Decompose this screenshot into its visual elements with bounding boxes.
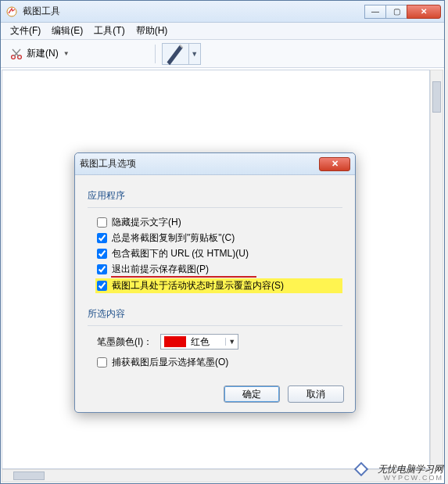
dialog-close-button[interactable]: ✕ <box>319 157 350 171</box>
ink-color-value: 红色 <box>189 335 225 349</box>
option-copy-clipboard[interactable]: 总是将截图复制到"剪贴板"(C) <box>97 231 342 245</box>
watermark: 无忧电脑学习网 WYPCW.COM <box>378 464 443 482</box>
toolbar: 新建(N) ▼ ▼ <box>1 40 444 68</box>
divider <box>88 207 342 208</box>
scroll-thumb[interactable] <box>13 471 45 480</box>
option-label: 总是将截图复制到"剪贴板"(C) <box>112 231 235 245</box>
watermark-line2: WYPCW.COM <box>378 475 443 482</box>
checkbox[interactable] <box>97 264 107 274</box>
new-button[interactable]: 新建(N) ▼ <box>5 45 73 63</box>
mail-button[interactable] <box>128 44 149 64</box>
option-show-ink-after[interactable]: 捕获截图后显示选择笔墨(O) <box>97 356 342 369</box>
group-application: 应用程序 <box>88 189 342 203</box>
option-label: 包含截图下的 URL (仅 HTML)(U) <box>112 247 249 260</box>
cancel-button[interactable]: 取消 <box>288 385 344 403</box>
checkbox[interactable] <box>97 249 107 259</box>
watermark-icon <box>353 461 370 478</box>
chevron-down-icon: ▼ <box>189 50 200 58</box>
app-icon <box>5 5 18 18</box>
pen-icon <box>163 44 189 64</box>
ink-color-row: 笔墨颜色(I)： 红色 ▼ <box>97 334 342 350</box>
separator <box>155 45 156 63</box>
pen-dropdown[interactable]: ▼ <box>162 43 201 65</box>
ink-color-dropdown[interactable]: 红色 ▼ <box>160 334 238 350</box>
option-include-url[interactable]: 包含截图下的 URL (仅 HTML)(U) <box>97 247 342 260</box>
checkbox[interactable] <box>97 217 107 228</box>
color-swatch <box>164 336 186 347</box>
copy-button[interactable] <box>103 44 124 64</box>
option-hide-hint[interactable]: 隐藏提示文字(H) <box>97 216 342 229</box>
window-title: 截图工具 <box>23 5 365 18</box>
option-label: 截图工具处于活动状态时显示覆盖内容(S) <box>112 279 284 292</box>
window-buttons: — ▢ ✕ <box>365 5 441 19</box>
dialog-buttons: 确定 取消 <box>75 379 355 412</box>
checkbox[interactable] <box>97 233 107 243</box>
eraser-button[interactable] <box>231 44 251 64</box>
menu-tools[interactable]: 工具(T) <box>89 23 129 39</box>
menu-file[interactable]: 文件(F) <box>5 23 45 39</box>
menu-help[interactable]: 帮助(H) <box>131 23 173 39</box>
menu-edit[interactable]: 编辑(E) <box>47 23 88 39</box>
ok-button[interactable]: 确定 <box>224 385 280 403</box>
minimize-button[interactable]: — <box>364 5 386 19</box>
highlighter-button[interactable] <box>206 44 226 64</box>
dialog-title: 截图工具选项 <box>80 157 319 170</box>
option-prompt-save[interactable]: 退出前提示保存截图(P) <box>97 263 342 276</box>
option-label: 隐藏提示文字(H) <box>112 216 181 229</box>
divider <box>88 325 342 326</box>
checkbox[interactable] <box>97 281 107 291</box>
option-show-overlay[interactable]: 截图工具处于活动状态时显示覆盖内容(S) <box>95 278 342 293</box>
save-button[interactable] <box>78 44 99 64</box>
scroll-thumb[interactable] <box>432 81 441 113</box>
ink-color-label: 笔墨颜色(I)： <box>97 335 152 349</box>
option-label: 退出前提示保存截图(P) <box>112 263 209 276</box>
dialog-body: 应用程序 隐藏提示文字(H) 总是将截图复制到"剪贴板"(C) 包含截图下的 U… <box>75 175 355 379</box>
options-dialog: 截图工具选项 ✕ 应用程序 隐藏提示文字(H) 总是将截图复制到"剪贴板"(C)… <box>74 152 356 413</box>
chevron-down-icon: ▼ <box>63 50 70 57</box>
close-button[interactable]: ✕ <box>407 5 441 19</box>
dialog-titlebar[interactable]: 截图工具选项 ✕ <box>75 153 355 175</box>
vertical-scrollbar[interactable] <box>430 70 443 469</box>
group-selection: 所选内容 <box>88 307 342 321</box>
chevron-down-icon: ▼ <box>225 338 238 346</box>
main-titlebar[interactable]: 截图工具 — ▢ ✕ <box>1 1 444 23</box>
option-label: 捕获截图后显示选择笔墨(O) <box>112 356 228 369</box>
new-label: 新建(N) <box>27 47 59 60</box>
scissors-icon <box>9 47 23 61</box>
maximize-button[interactable]: ▢ <box>385 5 407 19</box>
menubar: 文件(F) 编辑(E) 工具(T) 帮助(H) <box>1 23 444 40</box>
checkbox[interactable] <box>97 357 107 367</box>
